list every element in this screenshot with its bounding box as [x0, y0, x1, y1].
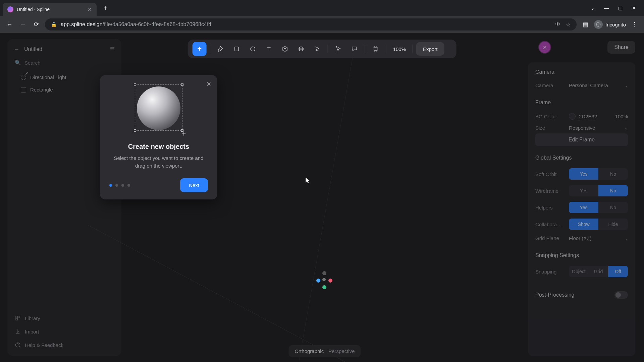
step-dot[interactable]	[109, 184, 112, 187]
axis-z-icon[interactable]	[322, 285, 326, 289]
step-dot[interactable]	[121, 184, 124, 187]
back-button[interactable]: ←	[5, 20, 14, 29]
post-processing-switch[interactable]	[614, 291, 628, 299]
axis-gizmo[interactable]	[313, 268, 336, 292]
helpers-toggle[interactable]: YesNo	[569, 202, 628, 213]
svg-rect-2	[16, 318, 17, 320]
tool-pen-icon[interactable]	[214, 42, 228, 56]
user-avatar[interactable]: S	[538, 41, 551, 54]
axis-neg-icon	[322, 271, 326, 275]
zoom-level[interactable]: 100%	[390, 46, 409, 52]
search-icon: 🔍	[15, 60, 21, 66]
lock-icon: 🔒	[51, 22, 57, 27]
popover-preview: ＋	[133, 84, 184, 135]
snapping-toggle[interactable]: Object Grid Off	[569, 266, 628, 277]
svg-point-5	[251, 47, 255, 51]
minimize-icon[interactable]: —	[604, 5, 609, 11]
soft-orbit-toggle[interactable]: YesNo	[569, 168, 628, 180]
camera-row[interactable]: Camera Personal Camera⌄	[535, 80, 628, 91]
chevron-down-icon: ⌄	[625, 83, 628, 88]
popover-description: Select the object you want to create and…	[109, 155, 208, 170]
import-icon	[15, 328, 21, 335]
tab-close-icon[interactable]: ✕	[88, 6, 92, 13]
scene-item-label: Rectangle	[30, 87, 53, 93]
color-swatch[interactable]	[569, 113, 576, 120]
share-area: S Share	[538, 41, 635, 54]
incognito-chip[interactable]: ㋡ Incognito	[594, 20, 626, 29]
tool-cursor-icon[interactable]	[331, 42, 345, 56]
section-title-post: Post-Processing	[535, 292, 575, 298]
browser-titlebar: Untitled · Spline ✕ + ⌄ — ▢ ✕	[0, 0, 644, 16]
add-object-button[interactable]: +	[193, 42, 207, 56]
grid-line	[255, 40, 356, 362]
close-window-icon[interactable]: ✕	[632, 5, 636, 11]
new-tab-button[interactable]: +	[100, 3, 111, 13]
side-panel-icon[interactable]: ▤	[581, 20, 590, 29]
svg-rect-0	[16, 316, 17, 318]
axis-y-icon[interactable]	[316, 279, 320, 283]
back-arrow-icon[interactable]: ←	[13, 46, 19, 53]
tool-cube-icon[interactable]	[278, 42, 292, 56]
share-button[interactable]: Share	[607, 41, 635, 54]
section-title-snapping: Snapping Settings	[535, 252, 628, 258]
wireframe-toggle[interactable]: YesNo	[569, 185, 628, 196]
step-dot[interactable]	[127, 184, 130, 187]
grid-plane-row[interactable]: Grid Plane Floor (XZ)⌄	[535, 233, 628, 244]
tool-rectangle-icon[interactable]	[230, 42, 244, 56]
perspective-mode[interactable]: Perspective	[328, 348, 355, 354]
next-button[interactable]: Next	[180, 178, 208, 192]
chevron-down-icon: ⌄	[625, 126, 628, 130]
tool-text-icon[interactable]	[262, 42, 276, 56]
help-icon	[15, 342, 21, 348]
address-bar[interactable]: 🔒 app.spline.design/file/da56a0aa-6c0b-4…	[45, 18, 577, 31]
svg-point-6	[299, 47, 303, 51]
edit-frame-button[interactable]: Edit Frame	[535, 133, 628, 146]
search-placeholder: Search	[24, 60, 41, 66]
maximize-icon[interactable]: ▢	[618, 5, 623, 11]
kebab-menu-icon[interactable]: ⋮	[630, 20, 639, 29]
bgcolor-row[interactable]: BG Color 2D2E32 100%	[535, 110, 628, 122]
hamburger-icon[interactable]	[109, 46, 115, 53]
chevron-down-icon: ⌄	[625, 236, 628, 241]
play-button[interactable]	[446, 46, 451, 53]
plus-cursor-icon: ＋	[180, 129, 187, 138]
sphere-preview	[137, 86, 180, 130]
orthographic-mode[interactable]: Orthographic	[294, 348, 324, 354]
tutorial-popover: ✕ ＋ Create new objects Select the object…	[100, 75, 217, 199]
browser-toolbar: ← → ⟳ 🔒 app.spline.design/file/da56a0aa-…	[0, 16, 644, 33]
forward-button[interactable]: →	[18, 20, 28, 29]
tool-ellipse-icon[interactable]	[246, 42, 260, 56]
help-button[interactable]: Help & Feedback	[15, 339, 114, 351]
reload-button[interactable]: ⟳	[32, 20, 41, 29]
top-toolbar: + 100% Export	[188, 40, 457, 58]
browser-tab[interactable]: Untitled · Spline ✕	[3, 3, 97, 16]
step-dot[interactable]	[115, 184, 118, 187]
bookmark-star-icon[interactable]: ☆	[566, 21, 571, 28]
document-title[interactable]: Untitled	[24, 46, 105, 52]
popover-close-icon[interactable]: ✕	[206, 80, 211, 88]
svg-rect-8	[374, 47, 377, 51]
eye-off-icon[interactable]: 👁	[555, 21, 560, 27]
export-button[interactable]: Export	[416, 42, 444, 56]
collab-toggle[interactable]: ShowHide	[569, 219, 628, 230]
size-row[interactable]: Size Responsive⌄	[535, 122, 628, 133]
app-root: ← Untitled 🔍 Search Directional Light Re…	[0, 33, 644, 362]
svg-point-7	[299, 48, 303, 50]
library-button[interactable]: Library	[15, 312, 114, 324]
projection-switch: Orthographic Perspective	[288, 345, 361, 357]
tab-title: Untitled · Spline	[17, 7, 84, 12]
scene-item-label: Directional Light	[30, 74, 66, 80]
import-button[interactable]: Import	[15, 326, 114, 337]
tool-path-icon[interactable]	[310, 42, 324, 56]
rectangle-icon	[21, 87, 26, 93]
spline-favicon	[7, 6, 13, 12]
step-dots	[109, 184, 130, 187]
tool-sphere-icon[interactable]	[294, 42, 308, 56]
svg-rect-4	[235, 47, 239, 51]
search-input[interactable]: 🔍 Search	[7, 56, 121, 69]
tool-frame-icon[interactable]	[369, 42, 383, 56]
chevron-down-icon[interactable]: ⌄	[591, 5, 595, 11]
axis-x-icon[interactable]	[328, 279, 332, 283]
section-title-camera: Camera	[535, 69, 628, 75]
popover-title: Create new objects	[109, 143, 208, 150]
